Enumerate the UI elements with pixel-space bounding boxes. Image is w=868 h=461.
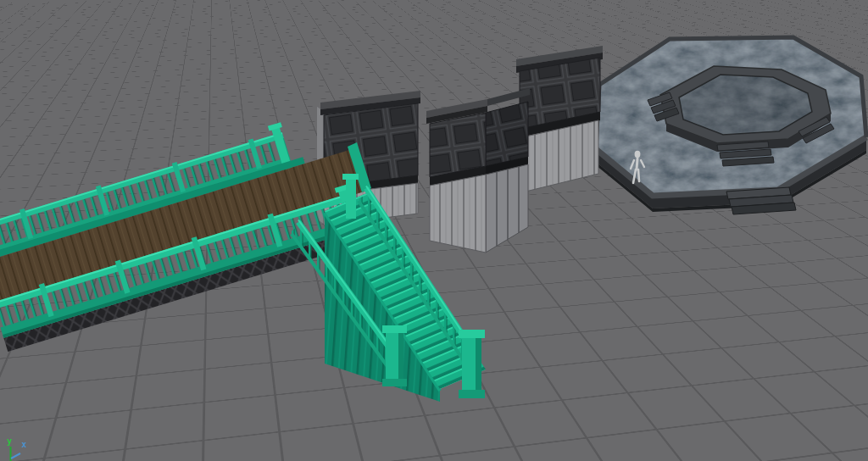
viewport[interactable]: y x	[0, 0, 868, 461]
axis-gizmo: y x	[0, 434, 51, 461]
x-axis-label: x	[21, 440, 26, 449]
rim-steps-front	[726, 187, 796, 214]
wall-segment-right[interactable]	[516, 46, 603, 192]
x-axis-line	[11, 453, 20, 458]
y-axis-label: y	[7, 436, 12, 446]
ring-steps-bottom	[717, 142, 774, 166]
scene-objects	[0, 0, 868, 461]
octagonal-platform[interactable]	[596, 37, 866, 214]
wall-segment-middle[interactable]	[426, 88, 530, 253]
